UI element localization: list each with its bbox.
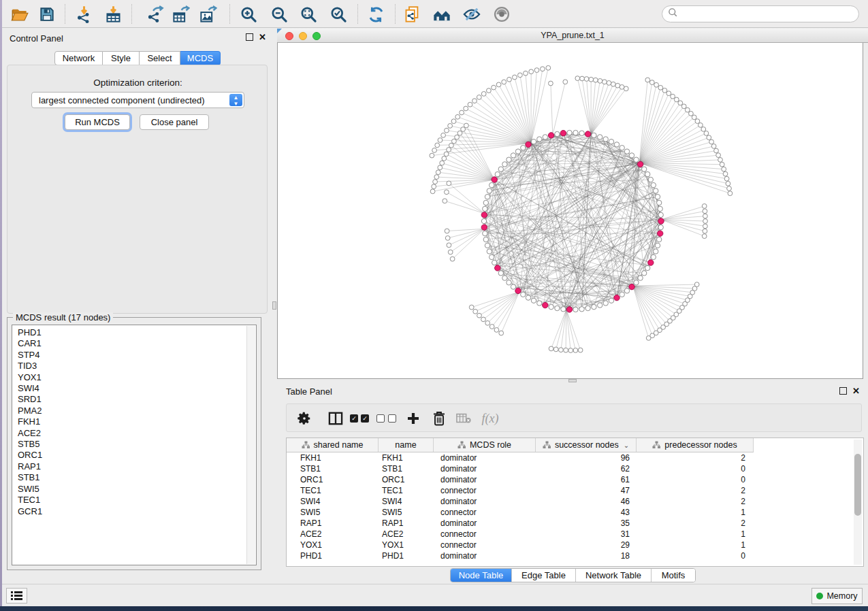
network-node[interactable] — [658, 206, 662, 211]
column-header-mcds-role[interactable]: MCDS role — [434, 438, 536, 452]
network-node[interactable] — [620, 292, 624, 297]
tab-node-table[interactable]: Node Table — [451, 569, 512, 582]
network-node[interactable] — [645, 171, 650, 176]
network-node[interactable] — [609, 139, 613, 144]
search-field[interactable] — [662, 5, 859, 22]
network-node[interactable] — [455, 114, 460, 119]
mcds-highlighted-node[interactable] — [543, 302, 548, 308]
mcds-highlighted-node[interactable] — [548, 133, 553, 138]
network-node[interactable] — [703, 214, 708, 218]
network-node[interactable] — [658, 225, 663, 229]
network-node[interactable] — [481, 218, 486, 223]
network-node[interactable] — [507, 157, 511, 162]
network-node[interactable] — [681, 104, 686, 109]
mcds-result-item[interactable]: RAP1 — [18, 461, 256, 472]
network-node[interactable] — [592, 133, 596, 137]
network-node[interactable] — [529, 69, 534, 74]
network-node[interactable] — [430, 153, 434, 158]
network-node[interactable] — [515, 149, 520, 154]
network-node[interactable] — [492, 85, 496, 90]
network-node[interactable] — [614, 142, 619, 147]
network-node[interactable] — [464, 123, 469, 128]
zoom-out-icon[interactable] — [270, 5, 289, 24]
network-node[interactable] — [728, 191, 733, 196]
network-node[interactable] — [555, 306, 560, 310]
network-node[interactable] — [438, 138, 443, 143]
network-node[interactable] — [477, 95, 481, 100]
network-node[interactable] — [438, 165, 443, 170]
network-node[interactable] — [524, 71, 528, 76]
network-node[interactable] — [674, 97, 679, 102]
network-view-titlebar[interactable]: YPA_prune.txt_1 — [277, 29, 868, 43]
mcds-highlighted-node[interactable] — [658, 231, 663, 236]
network-node[interactable] — [592, 304, 596, 309]
network-node[interactable] — [678, 101, 683, 105]
network-node[interactable] — [561, 307, 566, 312]
network-node[interactable] — [645, 78, 650, 82]
tab-select[interactable]: Select — [140, 51, 180, 65]
network-node[interactable] — [472, 99, 477, 103]
network-node[interactable] — [654, 188, 658, 193]
network-node[interactable] — [559, 348, 564, 352]
mcds-result-item[interactable]: STB1 — [18, 472, 256, 483]
network-node[interactable] — [483, 200, 488, 205]
mcds-highlighted-node[interactable] — [481, 225, 487, 230]
network-node[interactable] — [430, 189, 435, 194]
network-node[interactable] — [579, 131, 584, 135]
mcds-highlighted-node[interactable] — [560, 131, 566, 136]
float-panel-icon[interactable] — [839, 387, 847, 395]
network-node[interactable] — [607, 81, 611, 86]
network-node[interactable] — [720, 162, 724, 167]
network-node[interactable] — [498, 167, 503, 171]
table-row[interactable]: RAP1RAP1dominator352 — [287, 518, 863, 529]
zoom-fit-icon[interactable] — [299, 5, 318, 24]
mcds-result-list[interactable]: PHD1CAR1STP4TID3YOX1SWI4SRD1PMA2FKH1ACE2… — [12, 325, 257, 565]
network-node[interactable] — [658, 85, 663, 90]
network-node[interactable] — [624, 288, 629, 293]
network-node[interactable] — [692, 115, 696, 120]
mcds-highlighted-node[interactable] — [614, 295, 620, 300]
network-node[interactable] — [603, 301, 608, 306]
network-node[interactable] — [573, 348, 578, 353]
network-node[interactable] — [487, 88, 492, 93]
table-row[interactable]: TEC1TEC1connector472 — [287, 485, 863, 496]
network-node[interactable] — [549, 346, 553, 351]
network-node[interactable] — [537, 301, 542, 306]
network-node[interactable] — [537, 137, 542, 142]
network-node[interactable] — [654, 249, 658, 254]
network-node[interactable] — [575, 76, 580, 81]
select-all-icon[interactable]: ✓✓ — [349, 404, 372, 433]
network-node[interactable] — [483, 237, 488, 242]
table-row[interactable]: SWI5SWI5connector431 — [287, 507, 863, 518]
table-row[interactable]: PHD1PHD1dominator180 — [287, 550, 863, 561]
network-node[interactable] — [473, 309, 478, 314]
table-scrollbar[interactable] — [854, 440, 862, 565]
network-node[interactable] — [648, 177, 653, 182]
network-node[interactable] — [455, 135, 460, 139]
network-node[interactable] — [702, 204, 707, 209]
network-node[interactable] — [489, 254, 494, 259]
close-panel-button[interactable]: Close panel — [140, 114, 209, 130]
network-node[interactable] — [727, 186, 732, 191]
network-node[interactable] — [513, 75, 517, 80]
network-node[interactable] — [702, 234, 707, 239]
network-node[interactable] — [598, 303, 602, 308]
network-node[interactable] — [489, 325, 494, 329]
network-node[interactable] — [546, 65, 551, 70]
splitter-handle[interactable] — [272, 301, 276, 310]
network-node[interactable] — [593, 78, 598, 82]
export-image-icon[interactable] — [198, 5, 217, 24]
delete-column-trash-icon[interactable] — [430, 404, 449, 433]
network-node[interactable] — [549, 304, 553, 309]
table-row[interactable]: ORC1ORC1dominator610 — [287, 474, 863, 485]
network-node[interactable] — [685, 108, 690, 112]
clone-network-icon[interactable] — [402, 5, 421, 24]
network-node[interactable] — [521, 146, 526, 150]
network-node[interactable] — [609, 298, 613, 303]
network-node[interactable] — [526, 295, 530, 300]
search-input[interactable] — [678, 10, 848, 19]
tab-mcds[interactable]: MCDS — [180, 51, 221, 65]
show-column-panel-icon[interactable] — [326, 404, 345, 433]
network-node[interactable] — [624, 149, 629, 154]
network-node[interactable] — [534, 68, 539, 73]
